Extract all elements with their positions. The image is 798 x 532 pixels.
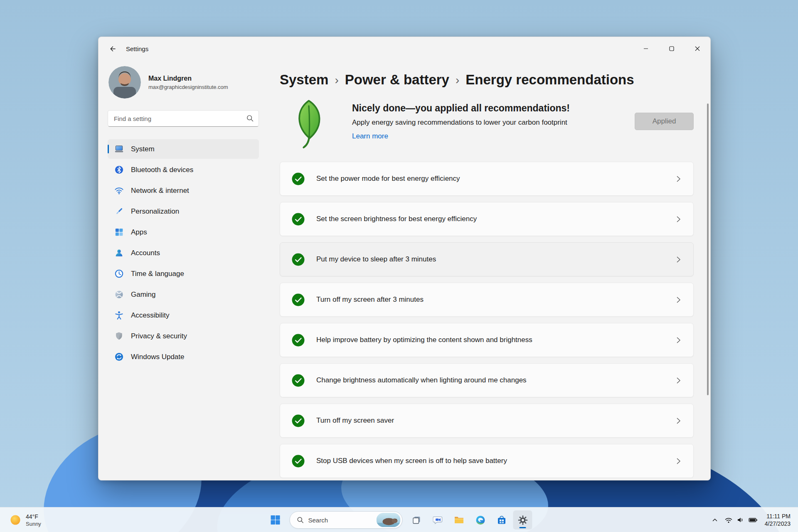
taskbar-search[interactable]: Search bbox=[290, 511, 403, 529]
recommendation-label: Turn off my screen saver bbox=[316, 416, 394, 425]
energy-recommendations-page: System › Power & battery › Energy recomm… bbox=[265, 60, 710, 480]
breadcrumb: System › Power & battery › Energy recomm… bbox=[280, 72, 694, 88]
battery-icon bbox=[749, 516, 758, 524]
sidebar-item-label: Accounts bbox=[131, 249, 160, 257]
leaf-icon bbox=[289, 99, 329, 149]
find-setting-input[interactable] bbox=[108, 110, 259, 127]
recommendation-row-device-sleep[interactable]: Put my device to sleep after 3 minutes bbox=[280, 242, 694, 276]
search-icon bbox=[297, 516, 304, 524]
bluetooth-icon bbox=[114, 165, 124, 175]
windows-logo-icon bbox=[270, 515, 281, 525]
breadcrumb-system[interactable]: System bbox=[280, 72, 328, 88]
learn-more-link[interactable]: Learn more bbox=[352, 132, 388, 140]
close-button[interactable] bbox=[685, 37, 710, 60]
person-icon bbox=[114, 248, 124, 258]
maximize-button[interactable] bbox=[659, 37, 685, 60]
file-explorer-button[interactable] bbox=[450, 510, 469, 530]
vertical-scrollbar[interactable] bbox=[707, 103, 709, 395]
hidden-icons-button[interactable] bbox=[708, 511, 722, 529]
breadcrumb-power-battery[interactable]: Power & battery bbox=[345, 72, 449, 88]
recommendation-row-screen-off[interactable]: Turn off my screen after 3 minutes bbox=[280, 283, 694, 317]
weather-temp: 44°F bbox=[26, 513, 41, 520]
sidebar-item-personalization[interactable]: Personalization bbox=[108, 202, 259, 221]
paintbrush-icon bbox=[114, 207, 124, 216]
search-highlight-thumbnail[interactable] bbox=[377, 513, 401, 527]
minimize-icon bbox=[643, 46, 648, 51]
applied-check-icon bbox=[292, 293, 305, 306]
accessibility-person-icon bbox=[114, 310, 124, 320]
settings-window: Settings bbox=[98, 37, 711, 480]
chevron-right-icon bbox=[675, 377, 682, 384]
wifi-network-icon bbox=[114, 186, 124, 195]
shield-icon bbox=[114, 331, 124, 341]
sidebar-item-gaming[interactable]: Gaming bbox=[108, 285, 259, 304]
chat-button[interactable] bbox=[429, 510, 448, 530]
sidebar-item-bluetooth-devices[interactable]: Bluetooth & devices bbox=[108, 160, 259, 180]
sidebar-item-apps[interactable]: Apps bbox=[108, 222, 259, 242]
summary-subtitle: Apply energy saving recommendations to l… bbox=[352, 118, 626, 127]
network-tray-button[interactable] bbox=[722, 511, 761, 529]
sidebar-item-label: Apps bbox=[131, 228, 147, 236]
sidebar-item-label: Network & internet bbox=[131, 187, 189, 195]
sidebar-item-time-language[interactable]: Time & language bbox=[108, 264, 259, 283]
apps-grid-icon bbox=[114, 227, 124, 237]
start-button[interactable] bbox=[266, 510, 285, 530]
summary-text: Nicely done—you applied all recommendati… bbox=[352, 99, 626, 140]
chat-icon bbox=[433, 515, 443, 525]
recommendation-row-optimize-content[interactable]: Help improve battery by optimizing the c… bbox=[280, 323, 694, 357]
recommendation-row-usb-devices[interactable]: Stop USB devices when my screen is off t… bbox=[280, 444, 694, 478]
recommendation-label: Change brightness automatically when lig… bbox=[316, 376, 527, 384]
weather-condition: Sunny bbox=[26, 521, 41, 527]
taskbar-clock[interactable]: 11:11 PM 4/27/2023 bbox=[761, 511, 795, 529]
applied-check-icon bbox=[292, 334, 305, 347]
recommendation-row-power-mode[interactable]: Set the power mode for best energy effic… bbox=[280, 162, 694, 196]
sidebar-item-system[interactable]: System bbox=[108, 139, 259, 159]
sidebar-item-accessibility[interactable]: Accessibility bbox=[108, 305, 259, 325]
microsoft-store-button[interactable] bbox=[492, 510, 511, 530]
sidebar-item-label: Accessibility bbox=[131, 311, 170, 320]
weather-widget[interactable]: 44°F Sunny bbox=[5, 507, 45, 532]
recommendation-row-auto-brightness[interactable]: Change brightness automatically when lig… bbox=[280, 363, 694, 397]
sidebar-item-label: Privacy & security bbox=[131, 332, 187, 340]
sidebar-item-label: Gaming bbox=[131, 291, 156, 299]
applied-check-icon bbox=[292, 172, 305, 185]
recommendation-row-screen-brightness[interactable]: Set the screen brightness for best energ… bbox=[280, 202, 694, 236]
search-icon bbox=[246, 114, 254, 124]
task-view-button[interactable] bbox=[407, 510, 426, 530]
recommendation-list: Set the power mode for best energy effic… bbox=[280, 162, 694, 478]
recommendation-row-screen-saver[interactable]: Turn off my screen saver bbox=[280, 404, 694, 438]
chevron-right-icon bbox=[675, 337, 682, 344]
summary-title: Nicely done—you applied all recommendati… bbox=[352, 103, 626, 114]
weather-text: 44°F Sunny bbox=[26, 513, 41, 527]
edge-icon bbox=[475, 515, 485, 525]
applied-button[interactable]: Applied bbox=[635, 113, 694, 130]
sidebar-item-accounts[interactable]: Accounts bbox=[108, 243, 259, 263]
back-button[interactable] bbox=[103, 41, 121, 57]
minimize-button[interactable] bbox=[633, 37, 659, 60]
maximize-icon bbox=[669, 46, 674, 51]
settings-app-button[interactable] bbox=[513, 510, 532, 530]
user-profile: Max Lindgren max@graphicdesigninstitute.… bbox=[108, 66, 259, 99]
clock-icon bbox=[114, 269, 124, 278]
task-view-icon bbox=[412, 515, 422, 525]
clock-date: 4/27/2023 bbox=[765, 520, 791, 527]
sidebar-item-windows-update[interactable]: Windows Update bbox=[108, 347, 259, 367]
system-icon bbox=[114, 144, 124, 154]
edge-browser-button[interactable] bbox=[471, 510, 490, 530]
chevron-right-icon bbox=[675, 296, 682, 303]
recommendation-label: Turn off my screen after 3 minutes bbox=[316, 296, 424, 304]
chevron-up-icon bbox=[711, 516, 719, 524]
sidebar-item-privacy-security[interactable]: Privacy & security bbox=[108, 326, 259, 346]
find-setting-box bbox=[108, 110, 259, 127]
sidebar-item-network-internet[interactable]: Network & internet bbox=[108, 181, 259, 200]
breadcrumb-energy-recommendations: Energy recommendations bbox=[466, 72, 634, 88]
applied-check-icon bbox=[292, 414, 305, 427]
folder-icon bbox=[454, 515, 465, 525]
chevron-right-icon bbox=[675, 175, 682, 182]
sun-icon bbox=[9, 514, 22, 526]
store-icon bbox=[496, 515, 507, 525]
breadcrumb-separator: › bbox=[456, 73, 459, 87]
window-title: Settings bbox=[126, 45, 148, 52]
system-tray: 11:11 PM 4/27/2023 bbox=[708, 507, 795, 532]
sidebar-item-label: System bbox=[131, 145, 155, 153]
